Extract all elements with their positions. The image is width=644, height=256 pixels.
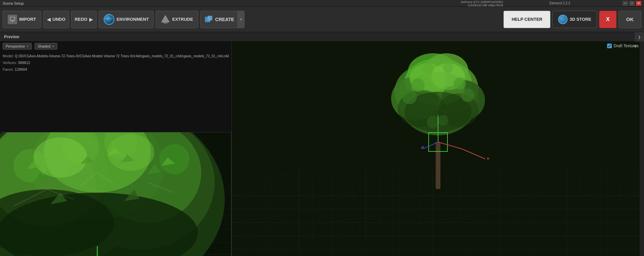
- svg-point-47: [427, 116, 439, 128]
- vertices-row: Vertices: 388812: [3, 60, 229, 66]
- create-button[interactable]: CREATE ▼: [200, 11, 245, 28]
- import-icon: [8, 15, 17, 24]
- redo-icon: ▶: [89, 17, 93, 22]
- faces-row: Faces: 129604: [3, 66, 229, 73]
- maximize-button[interactable]: □: [629, 1, 635, 6]
- svg-point-48: [438, 115, 448, 126]
- undo-button[interactable]: ◀ UNDO: [43, 11, 69, 28]
- undo-icon: ◀: [47, 17, 51, 22]
- environment-label: ENVIRONMENT: [116, 17, 149, 22]
- extrude-button[interactable]: EXTRUDE: [156, 11, 198, 28]
- svg-text:×: ×: [487, 156, 489, 161]
- viewport-scrollbar[interactable]: [639, 42, 644, 256]
- svg-point-44: [443, 63, 453, 73]
- titlebar-controls[interactable]: ─ □ ✕: [623, 1, 641, 6]
- ok-button[interactable]: OK: [619, 11, 641, 28]
- svg-point-46: [461, 88, 474, 102]
- preview-label: Preview: [4, 35, 19, 39]
- secondary-tree-svg: [0, 132, 231, 256]
- help-center-button[interactable]: HELP CENTER: [503, 11, 550, 28]
- x-icon: X: [606, 16, 610, 22]
- extrude-icon: [161, 15, 170, 24]
- preview-expand-arrow[interactable]: ❯: [635, 32, 644, 42]
- preview-bar: Preview ❯: [0, 32, 644, 42]
- cancel-x-button[interactable]: X: [599, 11, 616, 28]
- viewport-area: Draft Textures + Perspective Shaded Mode…: [0, 42, 644, 256]
- draft-textures-checkbox[interactable]: [607, 44, 612, 48]
- store-label: 3D STORE: [570, 17, 591, 22]
- shaded-dropdown[interactable]: Shaded: [35, 43, 57, 50]
- redo-button[interactable]: REDO ▶: [71, 11, 97, 28]
- close-button[interactable]: ✕: [636, 1, 641, 6]
- ok-label: OK: [626, 16, 634, 22]
- import-svg-icon: [9, 16, 16, 23]
- svg-rect-8: [208, 16, 212, 20]
- create-icon: [204, 15, 213, 24]
- svg-point-80: [34, 137, 87, 178]
- store-button[interactable]: 3D STORE: [552, 11, 597, 28]
- titlebar: Scene Setup GeForce GTX 1080/PCIe/SSE2 1…: [0, 0, 644, 7]
- svg-point-77: [159, 144, 190, 174]
- svg-marker-4: [161, 15, 169, 22]
- toolbar: IMPORT ◀ UNDO REDO ▶ ENVIRONMENT EXTRUDE: [0, 7, 644, 32]
- model-info: Model: Q:/3D/CGAxis-Models-Volume-72-Tre…: [3, 53, 229, 73]
- svg-line-54: [462, 149, 485, 159]
- chevron-down-icon: ▼: [239, 18, 243, 21]
- environment-button[interactable]: ENVIRONMENT: [99, 11, 154, 28]
- svg-point-45: [402, 89, 417, 104]
- viewport-secondary: [0, 132, 231, 256]
- main-tree-svg: ×: [374, 45, 502, 196]
- globe-icon: [104, 14, 114, 25]
- undo-label: UNDO: [53, 17, 65, 22]
- svg-point-43: [423, 63, 433, 74]
- viewport-main: ×: [231, 42, 644, 256]
- model-path-row: Model: Q:/3D/CGAxis-Models-Volume-72-Tre…: [3, 53, 229, 60]
- main-tree: ×: [374, 45, 502, 196]
- svg-rect-5: [163, 22, 167, 23]
- perspective-dropdown[interactable]: Perspective: [3, 43, 32, 50]
- svg-point-41: [411, 78, 425, 92]
- import-button[interactable]: IMPORT: [3, 11, 41, 28]
- titlebar-title: Scene Setup: [3, 1, 24, 5]
- redo-label: REDO: [75, 17, 88, 22]
- gpu-info: GeForce GTX 1080/PCIe/SSE2 1153/8192 MB …: [461, 0, 503, 7]
- svg-line-53: [438, 142, 462, 149]
- svg-point-42: [454, 77, 466, 89]
- viewport-add-button[interactable]: +: [632, 43, 639, 50]
- extrude-label: EXTRUDE: [172, 17, 193, 22]
- secondary-tree: [0, 132, 231, 256]
- import-label: IMPORT: [19, 17, 36, 22]
- element-version: Element 2.2.2: [549, 1, 570, 5]
- help-center-label: HELP CENTER: [512, 17, 542, 22]
- minimize-button[interactable]: ─: [623, 1, 628, 6]
- viewport-controls: Perspective Shaded: [3, 43, 57, 50]
- create-label: CREATE: [215, 17, 234, 22]
- store-globe-icon: [558, 15, 568, 24]
- svg-rect-26: [436, 142, 440, 189]
- svg-rect-1: [11, 18, 14, 20]
- create-dropdown-arrow[interactable]: ▼: [237, 11, 244, 28]
